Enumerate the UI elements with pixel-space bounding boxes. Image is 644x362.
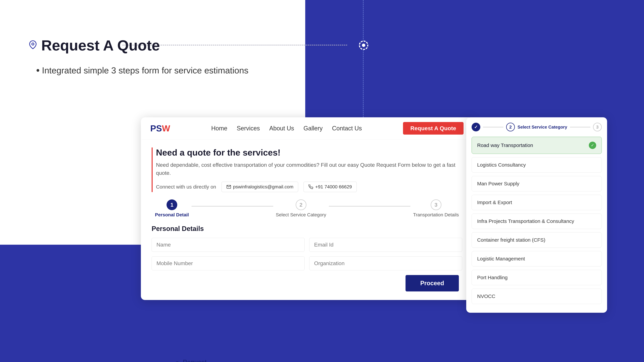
step-2: 2 Select Service Category: [276, 199, 326, 218]
service-port-handling-label: Port Handling: [477, 275, 508, 280]
panel-step-1: ✓: [472, 123, 480, 131]
email-input[interactable]: [309, 238, 462, 252]
step-1: 1 Personal Detail: [155, 199, 189, 218]
check-icon-roadway: ✓: [589, 142, 596, 149]
dashed-circle-inner: [362, 43, 365, 47]
phone-btn-label: +91 74000 66629: [315, 184, 352, 190]
location-icon: [28, 40, 37, 50]
nav-contact[interactable]: Contact Us: [332, 125, 362, 132]
service-logistic-mgmt-label: Logistic Management: [477, 256, 525, 262]
main-form-card: PSW Home Services About Us Gallery Conta…: [141, 117, 473, 300]
nav-home[interactable]: Home: [211, 125, 227, 132]
step-1-circle: 1: [166, 199, 177, 210]
form-grid: [152, 238, 462, 270]
bullet-area: Integrated simple 3 steps form for servi…: [36, 65, 248, 75]
page-title-area: Request A Quote: [28, 37, 160, 54]
service-item-nvocc[interactable]: NVOCC: [472, 289, 602, 304]
service-infra-label: Infra Projects Transportation & Consulta…: [477, 218, 574, 224]
step-3-label: Transportation Details: [413, 212, 459, 218]
sidebar-quote-label: Request A Quote: [183, 359, 210, 362]
mobile-input[interactable]: [152, 256, 304, 270]
proceed-button[interactable]: Proceed: [406, 275, 459, 292]
panel-step-line-1: [483, 127, 504, 127]
dashed-circle-indicator: [359, 40, 368, 50]
service-item-logistic-mgmt[interactable]: Logistic Management: [472, 251, 602, 267]
steps-row: 1 Personal Detail 2 Select Service Categ…: [152, 199, 462, 218]
bullet-text: Integrated simple 3 steps form for servi…: [36, 65, 248, 75]
step-2-circle: 2: [296, 199, 306, 210]
panel-step-label: Select Service Category: [518, 124, 567, 130]
service-item-roadway[interactable]: Road way Transportation ✓: [472, 137, 602, 154]
panel-step-2: 2: [506, 123, 515, 131]
step-3-circle: 3: [431, 199, 442, 210]
bullet-dot: [36, 69, 39, 72]
right-service-panel: ✓ 2 Select Service Category 3 Road way T…: [466, 117, 607, 313]
logo: PSW: [150, 123, 170, 133]
connect-label: Connect with us directly on: [156, 184, 216, 190]
phone-connect-btn[interactable]: +91 74000 66629: [304, 182, 357, 192]
service-item-cfs[interactable]: Container freight station (CFS): [472, 232, 602, 248]
name-input[interactable]: [152, 238, 304, 252]
panel-step-line-2: [570, 127, 590, 127]
form-subtext: Need dependable, cost effective transpor…: [156, 161, 462, 177]
section-title: Personal Details: [152, 225, 462, 232]
service-logistics-label: Logistics Consultancy: [477, 162, 526, 168]
email-icon: [226, 185, 231, 189]
bullet-label: Integrated simple 3 steps form for servi…: [42, 65, 248, 75]
service-import-export-label: Import & Export: [477, 200, 512, 205]
panel-step-3: 3: [593, 123, 602, 131]
service-item-import-export[interactable]: Import & Export: [472, 195, 602, 210]
service-item-infra[interactable]: Infra Projects Transportation & Consulta…: [472, 214, 602, 229]
service-item-port-handling[interactable]: Port Handling: [472, 270, 602, 285]
svg-point-0: [32, 43, 34, 45]
nav-cta-button[interactable]: Request A Quote: [403, 122, 464, 135]
service-cfs-label: Container freight station (CFS): [477, 237, 546, 243]
sidebar-quote-button[interactable]: Request A Quote: [174, 359, 210, 362]
email-connect-btn[interactable]: pswinfralogistics@gmail.com: [222, 182, 298, 192]
nav-gallery[interactable]: Gallery: [304, 125, 323, 132]
connect-row: Connect with us directly on pswinfralogi…: [156, 182, 462, 192]
step-3: 3 Transportation Details: [413, 199, 459, 218]
step-line-2: [329, 206, 410, 206]
step-line-1: [192, 206, 273, 206]
service-roadway-label: Road way Transportation: [477, 142, 533, 148]
panel-steps-header: ✓ 2 Select Service Category 3: [472, 123, 602, 131]
service-manpower-label: Man Power Supply: [477, 181, 520, 187]
form-heading: Need a quote for the services!: [156, 147, 462, 158]
organization-input[interactable]: [309, 256, 462, 270]
nav-services[interactable]: Services: [237, 125, 260, 132]
navbar: PSW Home Services About Us Gallery Conta…: [141, 117, 473, 139]
phone-icon: [308, 185, 313, 189]
service-item-manpower[interactable]: Man Power Supply: [472, 176, 602, 191]
left-accent-block: Need a quote for the services! Need depe…: [152, 147, 462, 192]
form-body: Need a quote for the services! Need depe…: [141, 139, 473, 283]
step-1-label: Personal Detail: [155, 212, 189, 218]
nav-about[interactable]: About Us: [269, 125, 294, 132]
email-btn-label: pswinfralogistics@gmail.com: [233, 184, 294, 190]
service-nvocc-label: NVOCC: [477, 294, 495, 299]
nav-links: Home Services About Us Gallery Contact U…: [180, 125, 393, 132]
vertical-dashed-line: [363, 0, 364, 117]
sidebar-quote-icon: [174, 361, 180, 362]
service-item-logistics[interactable]: Logistics Consultancy: [472, 157, 602, 173]
page-title: Request A Quote: [41, 37, 160, 54]
step-2-label: Select Service Category: [276, 212, 326, 218]
